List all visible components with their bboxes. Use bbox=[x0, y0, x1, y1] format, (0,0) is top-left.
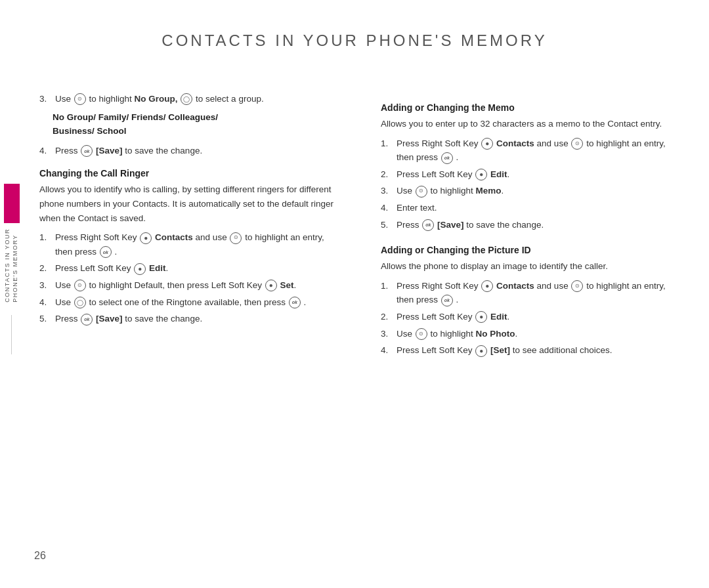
page-number: 26 bbox=[34, 550, 46, 562]
ok-icon-4: ok bbox=[81, 314, 93, 326]
ringer-item2-num: 2. bbox=[39, 261, 53, 276]
picid-item1-text: Press Right Soft Key ● Contacts and use … bbox=[397, 279, 683, 307]
memo-item3-text: Use ⊙ to highlight Memo. bbox=[397, 184, 683, 198]
side-tab-line bbox=[11, 315, 12, 354]
memo-item-2: 2. Press Left Soft Key ● Edit. bbox=[381, 167, 683, 182]
page-title: CONTACTS IN YOUR PHONE'S MEMORY bbox=[0, 0, 709, 71]
picture-id-body: Allows the phone to display an image to … bbox=[381, 259, 683, 274]
nav-icon-7: ⊙ bbox=[416, 186, 427, 198]
ringer-item-1: 1. Press Right Soft Key ● Contacts and u… bbox=[39, 230, 341, 259]
picid-item-4: 4. Press Left Soft Key ● [Set] to see ad… bbox=[381, 343, 683, 358]
soft-key-icon-2: ● bbox=[134, 263, 146, 275]
ringer-item-3: 3. Use ⊙ to highlight Default, then pres… bbox=[39, 278, 341, 293]
memo-item2-num: 2. bbox=[381, 167, 394, 182]
ok-icon-2: ok bbox=[100, 246, 112, 258]
picid-item2-num: 2. bbox=[381, 310, 394, 324]
changing-call-ringer-body: Allows you to identify who is calling, b… bbox=[39, 182, 341, 225]
picid-item1-num: 1. bbox=[381, 279, 394, 307]
soft-key-icon-5: ● bbox=[475, 169, 487, 180]
picid-item-2: 2. Press Left Soft Key ● Edit. bbox=[381, 310, 683, 324]
ringer-item-5: 5. Press ok [Save] to save the change. bbox=[39, 312, 341, 326]
picid-item4-num: 4. bbox=[381, 343, 394, 358]
right-column: Adding or Changing the Memo Allows you t… bbox=[374, 92, 683, 549]
memo-item5-num: 5. bbox=[381, 218, 394, 232]
memo-item4-num: 4. bbox=[381, 201, 394, 215]
ringer-item1-num: 1. bbox=[39, 230, 53, 259]
nav-icon-5: ◯ bbox=[74, 297, 86, 308]
nav-icon-1: ⊙ bbox=[74, 93, 86, 105]
ok-icon-1: ok bbox=[81, 145, 93, 157]
side-tab: CONTACTS IN YOURPHONE'S MEMORY bbox=[0, 184, 24, 303]
memo-item2-text: Press Left Soft Key ● Edit. bbox=[397, 167, 683, 182]
group-options: No Group/ Family/ Friends/ Colleagues/Bu… bbox=[53, 110, 341, 138]
nav-icon-8: ⊙ bbox=[571, 280, 583, 292]
ringer-item1-text: Press Right Soft Key ● Contacts and use … bbox=[55, 230, 341, 259]
soft-key-icon-8: ● bbox=[475, 345, 487, 357]
soft-key-icon-7: ● bbox=[475, 311, 487, 323]
memo-item4-text: Enter text. bbox=[397, 201, 683, 215]
ringer-item5-num: 5. bbox=[39, 312, 53, 326]
ringer-item-4: 4. Use ◯ to select one of the Ringtone a… bbox=[39, 295, 341, 310]
soft-key-icon-1: ● bbox=[140, 232, 152, 244]
ok-icon-6: ok bbox=[422, 219, 434, 231]
ok-icon-3: ok bbox=[289, 297, 301, 308]
memo-item-1: 1. Press Right Soft Key ● Contacts and u… bbox=[381, 136, 683, 165]
page-container: CONTACTS IN YOUR PHONE'S MEMORY CONTACTS… bbox=[0, 0, 709, 588]
memo-item-5: 5. Press ok [Save] to save the change. bbox=[381, 218, 683, 232]
step-3-intro: 3. Use ⊙ to highlight No Group, ◯ to sel… bbox=[39, 92, 341, 106]
nav-icon-9: ⊙ bbox=[416, 328, 427, 340]
ok-icon-7: ok bbox=[441, 295, 453, 306]
ringer-item4-text: Use ◯ to select one of the Ringtone avai… bbox=[55, 295, 341, 310]
ringer-item3-num: 3. bbox=[39, 278, 53, 293]
nav-icon-3: ⊙ bbox=[230, 232, 242, 244]
memo-body: Allows you to enter up to 32 characters … bbox=[381, 117, 683, 131]
step-4-intro: 4. Press ok [Save] to save the change. bbox=[39, 144, 341, 158]
soft-key-icon-4: ● bbox=[481, 138, 493, 150]
step4-text: Press ok [Save] to save the change. bbox=[55, 144, 341, 158]
picid-item2-text: Press Left Soft Key ● Edit. bbox=[397, 310, 683, 324]
picid-item3-text: Use ⊙ to highlight No Photo. bbox=[397, 327, 683, 341]
picid-item4-text: Press Left Soft Key ● [Set] to see addit… bbox=[397, 343, 683, 358]
nav-icon-4: ⊙ bbox=[74, 280, 86, 291]
ringer-item4-num: 4. bbox=[39, 295, 53, 310]
memo-item5-text: Press ok [Save] to save the change. bbox=[397, 218, 683, 232]
picid-item-3: 3. Use ⊙ to highlight No Photo. bbox=[381, 327, 683, 341]
side-tab-bar bbox=[4, 184, 20, 223]
left-column: 3. Use ⊙ to highlight No Group, ◯ to sel… bbox=[39, 92, 348, 549]
ringer-item2-text: Press Left Soft Key ● Edit. bbox=[55, 261, 341, 276]
picid-item3-num: 3. bbox=[381, 327, 394, 341]
memo-item3-num: 3. bbox=[381, 184, 394, 198]
picid-item-1: 1. Press Right Soft Key ● Contacts and u… bbox=[381, 279, 683, 307]
ringer-item5-text: Press ok [Save] to save the change. bbox=[55, 312, 341, 326]
ok-icon-5: ok bbox=[441, 152, 453, 164]
nav-icon-6: ⊙ bbox=[571, 138, 583, 150]
ringer-item3-text: Use ⊙ to highlight Default, then press L… bbox=[55, 278, 341, 293]
ringer-item-2: 2. Press Left Soft Key ● Edit. bbox=[39, 261, 341, 276]
picture-id-heading: Adding or Changing the Picture ID bbox=[381, 245, 683, 255]
nav-icon-2: ◯ bbox=[181, 93, 192, 105]
memo-item-4: 4. Enter text. bbox=[381, 201, 683, 215]
side-tab-text: CONTACTS IN YOURPHONE'S MEMORY bbox=[4, 228, 19, 303]
memo-heading: Adding or Changing the Memo bbox=[381, 102, 683, 113]
memo-item1-text: Press Right Soft Key ● Contacts and use … bbox=[397, 136, 683, 165]
soft-key-icon-6: ● bbox=[481, 280, 493, 292]
step3-text: Use ⊙ to highlight No Group, ◯ to select… bbox=[55, 92, 341, 106]
soft-key-icon-3: ● bbox=[265, 280, 277, 291]
memo-item-3: 3. Use ⊙ to highlight Memo. bbox=[381, 184, 683, 198]
step3-num: 3. bbox=[39, 92, 53, 106]
memo-item1-num: 1. bbox=[381, 136, 394, 165]
step4-num: 4. bbox=[39, 144, 53, 158]
changing-call-ringer-heading: Changing the Call Ringer bbox=[39, 168, 341, 178]
content-area: 3. Use ⊙ to highlight No Group, ◯ to sel… bbox=[39, 92, 683, 549]
